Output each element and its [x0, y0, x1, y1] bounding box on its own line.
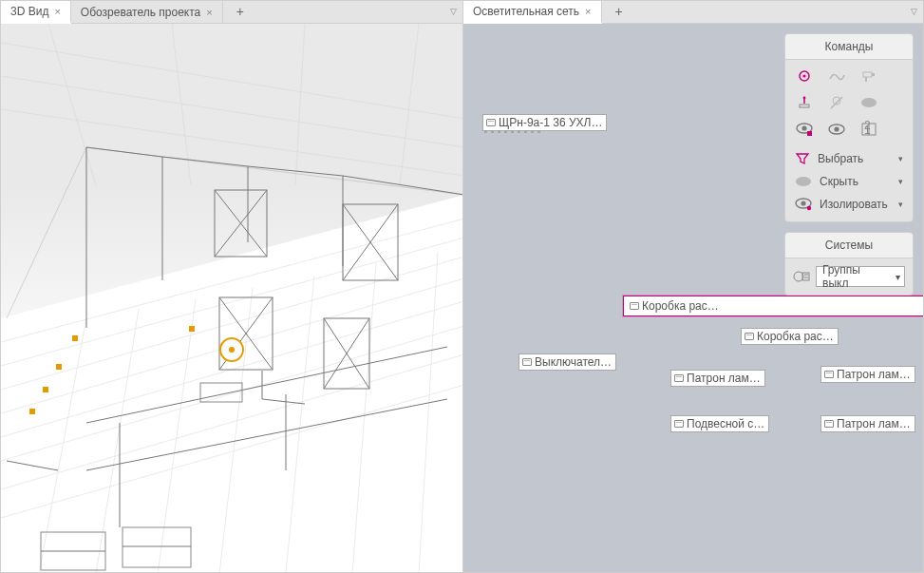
- left-pane: 3D Вид × Обозреватель проекта × + ▽: [0, 0, 463, 573]
- right-pane: Осветительная сеть × + ▽ ЩРн-9а-1 36 УХЛ…: [463, 0, 924, 573]
- tab-project-explorer[interactable]: Обозреватель проекта ×: [71, 1, 223, 23]
- close-icon[interactable]: ×: [585, 6, 591, 17]
- svg-rect-60: [200, 383, 242, 402]
- node-lamp-socket[interactable]: Патрон лам…: [820, 366, 915, 383]
- tool-eye-icon[interactable]: [827, 121, 846, 138]
- add-tab-button[interactable]: +: [602, 1, 636, 23]
- tab-lighting-net[interactable]: Осветительная сеть ×: [463, 1, 602, 23]
- svg-line-45: [86, 347, 447, 423]
- panel-header: Системы: [785, 233, 913, 258]
- svg-point-76: [834, 126, 839, 131]
- select-value: Группы выкл: [822, 263, 889, 290]
- svg-rect-55: [56, 364, 62, 370]
- node-label: Коробка рас…: [757, 330, 834, 343]
- add-tab-button[interactable]: +: [223, 1, 257, 23]
- command-icon-row: 21: [785, 60, 913, 145]
- switch-icon: [522, 358, 532, 366]
- svg-point-84: [807, 206, 811, 210]
- node-label: Патрон лам…: [837, 417, 911, 430]
- systems-icon: [793, 269, 810, 284]
- tool-pin-off-icon[interactable]: [827, 94, 846, 111]
- tool-target-icon[interactable]: [795, 67, 814, 85]
- lamp-icon: [674, 374, 684, 382]
- pendant-icon: [674, 420, 684, 428]
- schematic-viewport[interactable]: ЩРн-9а-1 36 УХЛ… Коробка рас… Коробка ра…: [463, 24, 923, 572]
- node-pendant[interactable]: Подвесной с…: [670, 415, 769, 432]
- cmd-hide[interactable]: Скрыть ▾: [791, 170, 907, 193]
- svg-rect-51: [123, 527, 191, 567]
- chevron-down-icon: ▾: [898, 177, 903, 186]
- left-tabstrip: 3D Вид × Обозреватель проекта × + ▽: [1, 1, 462, 24]
- node-switch[interactable]: Выключател…: [519, 353, 616, 371]
- svg-point-67: [803, 97, 806, 100]
- panel-systems: Системы Группы выкл: [784, 232, 914, 296]
- svg-point-83: [801, 201, 805, 205]
- svg-line-30: [162, 157, 248, 166]
- plus-icon: +: [612, 4, 627, 21]
- node-label: Коробка рас…: [642, 299, 719, 313]
- svg-rect-56: [72, 335, 78, 341]
- panel-icon: [486, 119, 496, 126]
- node-lamp-socket[interactable]: Патрон лам…: [820, 415, 915, 432]
- room-wireframe: [1, 24, 462, 572]
- svg-line-23: [7, 461, 58, 470]
- eye-isolate-icon: [795, 198, 812, 211]
- node-label: Выключател…: [535, 355, 612, 369]
- cmd-isolate[interactable]: Изолировать ▾: [791, 193, 907, 216]
- node-junction-box[interactable]: Коробка рас…: [741, 328, 839, 345]
- light-gizmo-icon[interactable]: [219, 337, 244, 362]
- right-tabstrip: Осветительная сеть × + ▽: [463, 1, 923, 24]
- svg-point-73: [801, 125, 806, 130]
- command-list: Выбрать ▾ Скрыть ▾: [785, 145, 913, 221]
- close-icon[interactable]: ×: [54, 6, 60, 17]
- tool-eye-colored-icon[interactable]: [795, 121, 814, 138]
- node-label: Подвесной с…: [687, 417, 764, 430]
- svg-line-59: [262, 399, 305, 404]
- node-junction-box-selected[interactable]: Коробка рас…: [623, 296, 923, 316]
- svg-line-31: [248, 166, 343, 176]
- tab-3d-view[interactable]: 3D Вид ×: [1, 1, 71, 23]
- box-icon: [630, 302, 639, 310]
- close-icon[interactable]: ×: [206, 7, 212, 18]
- tab-label: Осветительная сеть: [473, 5, 579, 18]
- box-icon: [745, 333, 754, 340]
- svg-line-32: [343, 176, 462, 195]
- filter-icon: [795, 152, 810, 165]
- cmd-select[interactable]: Выбрать ▾: [791, 147, 907, 170]
- chevron-down-icon: ▾: [898, 200, 903, 209]
- node-label: Патрон лам…: [687, 372, 761, 385]
- cmd-label: Изолировать: [820, 198, 888, 211]
- side-panel: Команды: [784, 33, 914, 296]
- systems-row: Группы выкл: [785, 258, 913, 295]
- tab-label: Обозреватель проекта: [81, 6, 200, 19]
- chevron-down-icon: ▾: [898, 154, 903, 163]
- 3d-viewport[interactable]: [1, 24, 462, 572]
- svg-line-70: [831, 97, 842, 108]
- svg-line-46: [86, 399, 447, 470]
- eye-dim-icon: [795, 176, 812, 187]
- tool-list-icon[interactable]: 21: [859, 121, 878, 138]
- svg-point-62: [802, 74, 805, 77]
- svg-rect-74: [807, 131, 812, 136]
- panel-header: Команды: [785, 34, 913, 60]
- svg-rect-64: [872, 73, 875, 76]
- node-lamp-socket[interactable]: Патрон лам…: [670, 370, 765, 387]
- tab-overflow-icon[interactable]: ▽: [911, 7, 917, 16]
- tab-overflow-icon[interactable]: ▽: [450, 7, 457, 16]
- svg-rect-63: [863, 72, 872, 77]
- tool-drill-icon[interactable]: [859, 67, 878, 85]
- panel-commands: Команды: [784, 33, 914, 222]
- svg-point-71: [861, 98, 877, 107]
- svg-rect-68: [800, 105, 809, 107]
- node-label: ЩРн-9а-1 36 УХЛ…: [499, 116, 602, 129]
- app-root: 3D Вид × Обозреватель проекта × + ▽: [0, 0, 924, 573]
- cmd-label: Скрыть: [820, 175, 858, 188]
- cmd-label: Выбрать: [818, 152, 863, 165]
- lamp-icon: [824, 371, 834, 378]
- systems-select[interactable]: Группы выкл: [816, 266, 905, 287]
- tool-stamp-icon[interactable]: [795, 94, 814, 111]
- tool-link-icon[interactable]: [827, 67, 846, 85]
- terminal-dots: [484, 130, 540, 133]
- tool-eye-dim-icon[interactable]: [859, 94, 878, 111]
- node-panel[interactable]: ЩРн-9а-1 36 УХЛ…: [482, 114, 607, 131]
